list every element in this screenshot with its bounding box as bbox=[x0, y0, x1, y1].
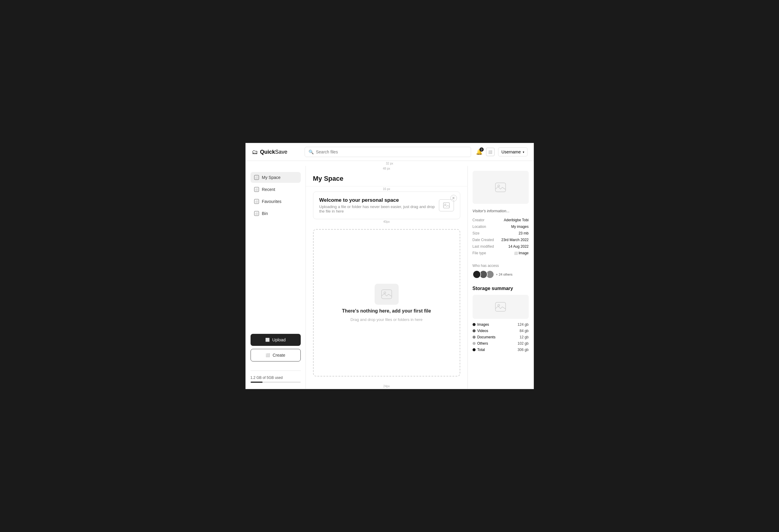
storage-text: 1.2 GB of 5GB used bbox=[250, 376, 301, 380]
header: 🗂 QuickSave 🔍 🔔 3 ⬜ Username ▾ bbox=[246, 143, 534, 161]
videos-dot bbox=[473, 329, 476, 332]
welcome-subtitle: Uploading a file or folder has never bee… bbox=[319, 204, 439, 213]
search-input[interactable] bbox=[316, 149, 467, 154]
page-title: My Space bbox=[313, 175, 460, 183]
sidebar-item-my-space[interactable]: ⬜ My Space bbox=[250, 172, 301, 183]
storage-item-total: Total 306 gb bbox=[473, 348, 529, 352]
drop-zone-icon bbox=[375, 284, 399, 305]
info-table: Creator Aderibigbe Tobi Location My imag… bbox=[473, 218, 529, 258]
favourites-icon: ⬜ bbox=[254, 199, 259, 204]
total-value: 306 gb bbox=[518, 348, 529, 352]
search-icon: 🔍 bbox=[308, 149, 314, 154]
access-avatars: + 24 others bbox=[473, 270, 529, 279]
panel-preview-image bbox=[473, 171, 529, 204]
recent-icon: ⬜ bbox=[254, 187, 259, 192]
drop-zone-subtitle: Drag and drop your files or folders in h… bbox=[351, 317, 423, 322]
welcome-close-button[interactable]: × bbox=[450, 195, 457, 201]
others-dot bbox=[473, 342, 476, 345]
more-users-label: + 24 others bbox=[496, 273, 513, 276]
sidebar-label-recent: Recent bbox=[262, 187, 275, 192]
create-label: Create bbox=[273, 353, 285, 357]
documents-value: 12 gb bbox=[520, 335, 529, 339]
others-value: 102 gb bbox=[518, 341, 529, 345]
visitor-info-label: Visitor's information... bbox=[473, 209, 529, 213]
username-label: Username bbox=[501, 149, 521, 154]
svg-rect-4 bbox=[495, 183, 505, 192]
drop-zone-title: There's nothing here, add your first fil… bbox=[342, 308, 431, 314]
date-created-label: Date Created bbox=[473, 238, 494, 242]
size-label: Size bbox=[473, 231, 479, 236]
storage-bar bbox=[250, 382, 301, 383]
documents-dot bbox=[473, 336, 476, 339]
sidebar-label-favourites: Favourites bbox=[262, 199, 282, 204]
welcome-text: Welcome to your personal space Uploading… bbox=[319, 197, 439, 213]
documents-label: Documents bbox=[477, 335, 496, 339]
storage-item-others-left: Others bbox=[473, 341, 488, 345]
location-label: Location bbox=[473, 224, 486, 229]
sidebar-item-favourites[interactable]: ⬜ Favourites bbox=[250, 196, 301, 207]
logo-area: 🗂 QuickSave bbox=[252, 149, 300, 155]
total-dot bbox=[473, 348, 476, 351]
chevron-down-icon: ▾ bbox=[523, 150, 524, 154]
access-label: Who has access bbox=[473, 264, 529, 268]
storage-item-videos: Videos 84 gb bbox=[473, 329, 529, 333]
svg-rect-2 bbox=[381, 290, 392, 299]
spacing-below-banner: 40px bbox=[306, 219, 468, 224]
images-dot bbox=[473, 323, 476, 326]
svg-rect-0 bbox=[443, 203, 450, 208]
search-bar: 🔍 bbox=[305, 147, 471, 157]
spacing-below-header: 48 px bbox=[306, 166, 468, 171]
storage-item-documents-left: Documents bbox=[473, 335, 496, 339]
spacing-top: 32 px bbox=[246, 161, 534, 166]
location-value: My images bbox=[511, 224, 529, 229]
videos-value: 84 gb bbox=[520, 329, 529, 333]
page-title-row: My Space bbox=[306, 171, 468, 187]
welcome-image bbox=[439, 199, 454, 211]
welcome-banner: Welcome to your personal space Uploading… bbox=[313, 192, 460, 219]
avatar-1 bbox=[473, 270, 481, 279]
storage-summary-title: Storage summary bbox=[473, 286, 529, 291]
storage-item-images: Images 124 gb bbox=[473, 322, 529, 327]
storage-item-documents: Documents 12 gb bbox=[473, 335, 529, 339]
right-panel: Visitor's information... Creator Aderibi… bbox=[468, 166, 534, 389]
user-menu-button[interactable]: Username ▾ bbox=[498, 147, 528, 156]
svg-point-1 bbox=[444, 204, 446, 205]
welcome-title: Welcome to your personal space bbox=[319, 197, 439, 203]
upload-button[interactable]: ⬜ Upload bbox=[250, 334, 301, 346]
images-label: Images bbox=[477, 322, 489, 327]
sidebar-buttons: ⬜ Upload ⬜ Create 1.2 GB of 5GB used bbox=[250, 334, 301, 383]
logo-icon: 🗂 bbox=[252, 149, 258, 155]
info-row-location: Location My images bbox=[473, 224, 529, 229]
storage-chart bbox=[473, 295, 529, 319]
storage-fill bbox=[250, 382, 262, 383]
content-area: 48 px My Space 16 px Welcome to your per… bbox=[306, 166, 468, 389]
file-type-label: File type bbox=[473, 251, 486, 255]
others-label: Others bbox=[477, 341, 488, 345]
spacing-below-title: 16 px bbox=[306, 187, 468, 192]
storage-item-images-left: Images bbox=[473, 322, 489, 327]
bin-icon: ⬜ bbox=[254, 211, 259, 216]
date-created-value: 23rd March 2022 bbox=[501, 238, 529, 242]
info-row-date-created: Date Created 23rd March 2022 bbox=[473, 238, 529, 242]
sidebar-item-recent[interactable]: ⬜ Recent bbox=[250, 184, 301, 195]
drop-zone[interactable]: There's nothing here, add your first fil… bbox=[313, 229, 460, 377]
videos-label: Videos bbox=[477, 329, 488, 333]
create-button[interactable]: ⬜ Create bbox=[250, 349, 301, 361]
total-label: Total bbox=[477, 348, 485, 352]
images-value: 124 gb bbox=[518, 322, 529, 327]
sidebar-item-bin[interactable]: ⬜ Bin bbox=[250, 208, 301, 219]
info-row-file-type: File type ⬜Image bbox=[473, 251, 529, 255]
storage-item-others: Others 102 gb bbox=[473, 341, 529, 345]
logo-text: QuickSave bbox=[260, 149, 288, 155]
last-modified-value: 14 Aug 2022 bbox=[508, 244, 529, 249]
svg-rect-6 bbox=[495, 302, 505, 311]
create-icon: ⬜ bbox=[265, 353, 270, 357]
header-actions: 🔔 3 ⬜ Username ▾ bbox=[476, 147, 528, 156]
notification-badge: 3 bbox=[479, 147, 484, 152]
header-avatar: ⬜ bbox=[486, 148, 494, 156]
last-modified-label: Last modified bbox=[473, 244, 494, 249]
notification-button[interactable]: 🔔 3 bbox=[476, 149, 482, 155]
info-row-size: Size 23 mb bbox=[473, 231, 529, 236]
sidebar-label-bin: Bin bbox=[262, 211, 268, 216]
access-section: Who has access + 24 others bbox=[473, 264, 529, 279]
